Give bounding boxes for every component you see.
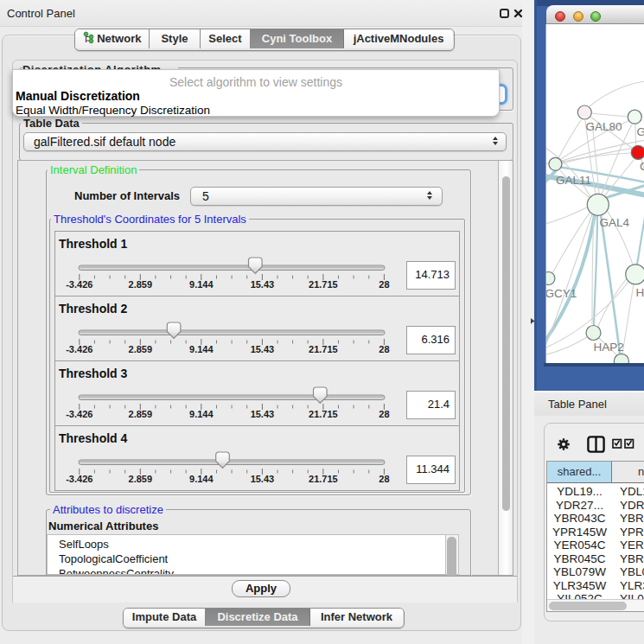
svg-text:15.43: 15.43 (251, 279, 275, 290)
svg-text:21.715: 21.715 (309, 279, 338, 290)
svg-text:28: 28 (379, 409, 389, 419)
svg-text:CDC: CDC (640, 160, 644, 173)
svg-text:15.43: 15.43 (251, 409, 275, 419)
svg-text:GAL80: GAL80 (586, 120, 622, 133)
svg-text:-3.426: -3.426 (66, 474, 92, 484)
svg-text:GAL2: GAL2 (637, 125, 644, 138)
svg-text:21.715: 21.715 (309, 344, 338, 354)
svg-text:28: 28 (379, 474, 389, 484)
svg-text:9.144: 9.144 (189, 474, 214, 484)
svg-text:2.859: 2.859 (129, 409, 153, 419)
svg-text:-3.426: -3.426 (66, 279, 92, 290)
svg-text:15.43: 15.43 (251, 344, 275, 354)
svg-text:2.859: 2.859 (129, 279, 153, 290)
svg-text:HAP2: HAP2 (594, 341, 624, 354)
svg-text:GAL11: GAL11 (556, 174, 591, 187)
svg-text:GCY1: GCY1 (546, 287, 577, 300)
svg-text:GAL4: GAL4 (600, 216, 630, 229)
svg-text:2.859: 2.859 (129, 474, 153, 484)
svg-text:2.859: 2.859 (129, 344, 153, 354)
svg-text:9.144: 9.144 (189, 344, 214, 354)
svg-text:28: 28 (379, 279, 389, 290)
svg-text:9.144: 9.144 (189, 409, 214, 419)
svg-text:9.144: 9.144 (189, 279, 214, 290)
svg-text:21.715: 21.715 (309, 409, 338, 419)
svg-text:15.43: 15.43 (251, 474, 275, 484)
svg-text:HIS: HIS (636, 286, 644, 299)
svg-text:-3.426: -3.426 (66, 344, 92, 354)
svg-text:-3.426: -3.426 (66, 409, 92, 419)
svg-text:21.715: 21.715 (309, 474, 338, 484)
svg-text:28: 28 (379, 344, 389, 354)
